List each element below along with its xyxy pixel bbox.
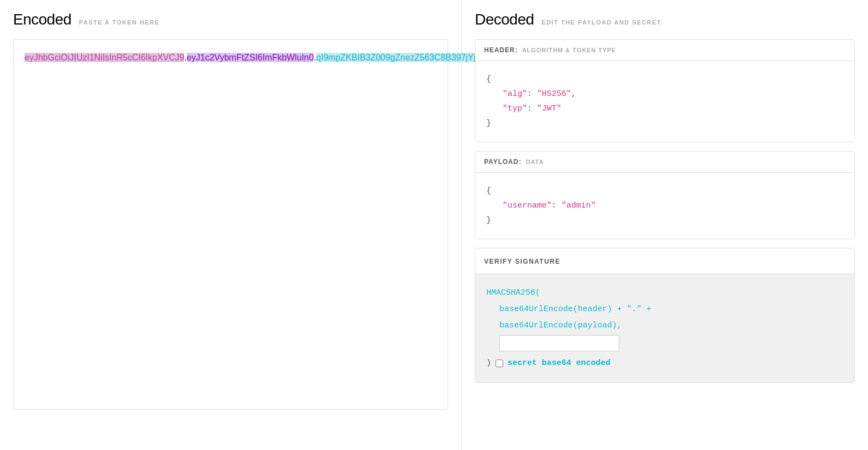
payload-section-header: PAYLOAD: DATA: [475, 151, 854, 173]
header-section-header: HEADER: ALGORITHM & TOKEN TYPE: [475, 40, 854, 61]
header-json-typ: "typ": "JWT": [486, 101, 843, 116]
header-section-body[interactable]: { "alg": "HS256", "typ": "JWT" }: [475, 61, 854, 142]
decoded-title: Decoded: [475, 11, 534, 28]
secret-base64-checkbox[interactable]: [496, 360, 503, 367]
payload-section-body[interactable]: { "username": "admin" }: [475, 173, 854, 239]
token-dot-2: .: [314, 53, 316, 62]
secret-encoded-label: secret base64 encoded: [508, 355, 610, 372]
token-part-payload: eyJ1c2VybmFtZSI6ImFkbWluIn0: [187, 53, 314, 62]
verify-section-header: VERIFY SIGNATURE: [475, 248, 854, 274]
token-part-header: eyJhbGciOiJIUzI1NiIsInR5cCI6IkpXVCJ9: [25, 53, 184, 62]
encoded-token-box[interactable]: eyJhbGciOiJIUzI1NiIsInR5cCI6IkpXVCJ9.eyJ…: [13, 39, 448, 410]
verify-func-line: HMACSHA256(: [486, 285, 843, 301]
header-label: HEADER:: [484, 46, 518, 54]
verify-encode-header: base64UrlEncode(header) + "." +: [499, 305, 651, 314]
decoded-header: Decoded EDIT THE PAYLOAD AND SECRET: [475, 11, 855, 28]
encoded-header: Encoded PASTE A TOKEN HERE: [13, 11, 448, 28]
decoded-panel: Decoded EDIT THE PAYLOAD AND SECRET HEAD…: [462, 0, 868, 450]
encoded-title: Encoded: [13, 11, 71, 28]
verify-func-name: HMACSHA256(: [486, 288, 540, 297]
secret-input[interactable]: [499, 335, 619, 351]
header-json-close: }: [486, 116, 843, 131]
verify-encode-payload: base64UrlEncode(payload),: [499, 321, 622, 330]
main-layout: Encoded PASTE A TOKEN HERE eyJhbGciOiJIU…: [0, 0, 868, 450]
payload-json-username: "username": "admin": [486, 198, 843, 213]
payload-json-open: {: [486, 184, 843, 198]
decoded-subtitle: EDIT THE PAYLOAD AND SECRET: [542, 19, 662, 26]
verify-secret-row: ) secret base64 encoded: [486, 355, 843, 372]
payload-sublabel: DATA: [526, 159, 544, 165]
verify-line2: base64UrlEncode(payload),: [486, 318, 843, 334]
encoded-panel: Encoded PASTE A TOKEN HERE eyJhbGciOiJIU…: [0, 0, 462, 450]
verify-close-paren: ): [486, 355, 491, 372]
payload-label: PAYLOAD:: [484, 158, 522, 166]
verify-label: VERIFY SIGNATURE: [484, 258, 560, 265]
payload-json-close: }: [486, 213, 843, 228]
header-json-alg: "alg": "HS256",: [486, 87, 843, 101]
verify-secret-input-row: [486, 335, 843, 352]
verify-line1: base64UrlEncode(header) + "." +: [486, 301, 843, 318]
header-sublabel: ALGORITHM & TOKEN TYPE: [522, 47, 616, 53]
header-json-open: {: [486, 72, 843, 87]
header-section: HEADER: ALGORITHM & TOKEN TYPE { "alg": …: [475, 39, 855, 142]
verify-section: VERIFY SIGNATURE HMACSHA256( base64UrlEn…: [475, 248, 855, 383]
verify-section-body: HMACSHA256( base64UrlEncode(header) + ".…: [475, 274, 854, 382]
payload-section: PAYLOAD: DATA { "username": "admin" }: [475, 151, 855, 239]
encoded-subtitle: PASTE A TOKEN HERE: [79, 19, 160, 26]
